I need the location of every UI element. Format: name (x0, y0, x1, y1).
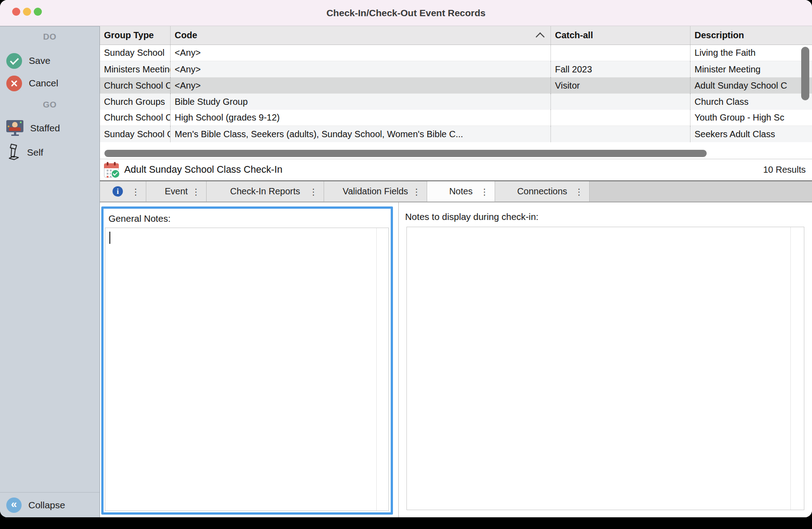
minimize-window-icon[interactable] (23, 8, 31, 16)
results-count: 10 Results (763, 165, 806, 175)
column-header-catch-all[interactable]: Catch-all (550, 26, 690, 45)
record-title: Adult Sunday School Class Check-In (124, 164, 282, 175)
table-row[interactable]: Ministers Meetings <Any> Fall 2023 Minis… (100, 61, 812, 77)
cell-group-type: Church School Class (100, 110, 170, 126)
vertical-dots-icon[interactable] (412, 187, 421, 196)
staffed-button[interactable]: Staffed (6, 120, 60, 136)
save-button-label: Save (29, 55, 50, 66)
record-header: Adult Sunday School Class Check-In 10 Re… (100, 159, 812, 180)
checkin-notes-label: Notes to display during check-in: (405, 211, 538, 222)
tab-info[interactable] (100, 181, 146, 202)
checkin-notes-field (406, 227, 804, 510)
general-notes-field (105, 228, 389, 511)
x-circle-icon (6, 76, 22, 91)
window-controls (12, 8, 42, 16)
column-header-description[interactable]: Description (690, 26, 812, 45)
cell-catch-all (550, 110, 690, 126)
scrollbar-gutter (376, 228, 377, 511)
cancel-button[interactable]: Cancel (6, 75, 58, 91)
general-notes-label: General Notes: (108, 213, 171, 224)
table-header: Group Type Code Catch-all Description (100, 26, 812, 45)
cell-group-type: Ministers Meetings (100, 61, 170, 77)
kiosk-monitor-icon (6, 120, 23, 136)
table-row[interactable]: Sunday School Class Men's Bible Class, S… (100, 126, 812, 142)
chevron-up-icon (536, 32, 545, 41)
scrollbar-gutter (790, 227, 791, 510)
general-notes-panel: General Notes: (101, 206, 393, 515)
vertical-scrollbar-thumb[interactable] (801, 47, 809, 100)
cell-code: Men's Bible Class, Seekers (adults), Sun… (170, 126, 550, 142)
info-circle-icon (113, 186, 123, 197)
table-row[interactable]: Sunday School <Any> Living the Faith (100, 45, 812, 61)
cell-code: <Any> (170, 45, 550, 61)
calendar-check-icon (104, 162, 119, 178)
vertical-dots-icon[interactable] (192, 187, 200, 196)
zoom-window-icon[interactable] (34, 8, 42, 16)
close-window-icon[interactable] (12, 8, 20, 16)
collapse-button[interactable]: Collapse (0, 492, 99, 517)
save-button[interactable]: Save (6, 53, 50, 69)
sidebar-section-go: GO (0, 100, 99, 110)
vertical-dots-icon[interactable] (575, 187, 583, 196)
kiosk-stand-icon (8, 143, 20, 161)
cell-catch-all (550, 94, 690, 110)
cell-description: Church Class (690, 94, 812, 110)
table-row[interactable]: Church School Class High School (grades … (100, 110, 812, 126)
cell-group-type: Sunday School (100, 45, 170, 61)
sidebar-section-do: DO (0, 32, 99, 42)
vertical-dots-icon[interactable] (131, 187, 140, 196)
self-button[interactable]: Self (6, 144, 43, 161)
vertical-dots-icon[interactable] (480, 187, 489, 196)
cell-description: Minister Meeting (690, 61, 812, 77)
tab-strip: Event Check-In Reports Validation Fields… (100, 180, 812, 202)
tab-notes[interactable]: Notes (427, 181, 495, 202)
collapse-button-label: Collapse (28, 500, 65, 511)
cell-code: Bible Study Group (170, 94, 550, 110)
cancel-button-label: Cancel (29, 78, 58, 89)
horizontal-scrollbar-thumb[interactable] (104, 150, 707, 157)
cell-group-type: Church School Class (100, 77, 170, 94)
text-cursor (109, 232, 110, 244)
window-title: Check-In/Check-Out Event Records (326, 8, 486, 18)
column-header-code[interactable]: Code (170, 26, 550, 45)
cell-catch-all (550, 45, 690, 61)
cell-code: High School (grades 9-12) (170, 110, 550, 126)
vertical-dots-icon[interactable] (309, 187, 318, 196)
cell-catch-all (550, 126, 690, 142)
sidebar: DO Save Cancel GO Staffed (0, 26, 100, 517)
cell-group-type: Church Groups (100, 94, 170, 110)
checkin-notes-textarea[interactable] (407, 227, 804, 510)
check-circle-icon (6, 53, 22, 69)
cell-description: Youth Group - High Sc (690, 110, 812, 126)
cell-catch-all: Fall 2023 (550, 61, 690, 77)
cell-code: <Any> (170, 61, 550, 77)
cell-description: Living the Faith (690, 45, 812, 61)
cell-code: <Any> (170, 77, 550, 94)
cell-catch-all: Visitor (550, 77, 690, 94)
table-row[interactable]: Church Groups Bible Study Group Church C… (100, 94, 812, 110)
cell-description: Seekers Adult Class (690, 126, 812, 142)
double-chevron-left-icon (6, 498, 22, 513)
app-window: Check-In/Check-Out Event Records DO Save… (0, 0, 812, 517)
column-header-group-type[interactable]: Group Type (100, 26, 170, 45)
cell-description: Adult Sunday School C (690, 77, 812, 94)
table-body: Sunday School <Any> Living the Faith Min… (100, 45, 812, 142)
tab-connections[interactable]: Connections (495, 181, 590, 202)
tab-check-in-reports[interactable]: Check-In Reports (207, 181, 324, 202)
tab-event[interactable]: Event (146, 181, 207, 202)
title-bar: Check-In/Check-Out Event Records (0, 0, 812, 26)
tab-validation-fields[interactable]: Validation Fields (324, 181, 427, 202)
table-row-selected[interactable]: Church School Class <Any> Visitor Adult … (100, 77, 812, 94)
main-area: Group Type Code Catch-all Description Su… (100, 26, 812, 517)
general-notes-textarea[interactable] (105, 228, 388, 511)
cell-group-type: Sunday School Class (100, 126, 170, 142)
panel-splitter[interactable] (398, 202, 399, 517)
self-button-label: Self (27, 147, 43, 158)
staffed-button-label: Staffed (30, 123, 60, 134)
